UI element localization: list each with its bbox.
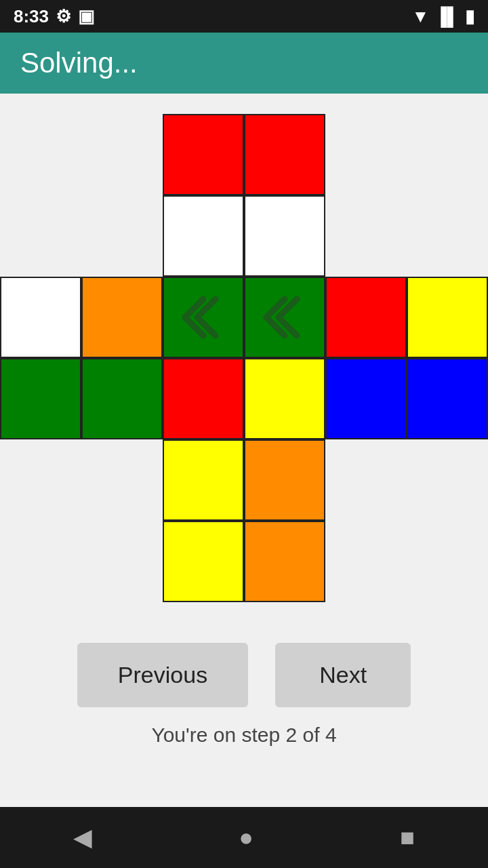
settings-icon: ⚙	[56, 6, 71, 27]
time-display: 8:33	[14, 6, 49, 27]
cube-cell-top-2	[163, 195, 244, 277]
empty-cell	[325, 439, 407, 521]
main-content: Previous Next You're on step 2 of 4	[0, 94, 488, 807]
app-title: Solving...	[20, 47, 138, 79]
home-icon[interactable]: ●	[239, 823, 253, 852]
empty-cell	[0, 114, 81, 195]
empty-cell	[407, 195, 488, 277]
battery-icon: ▮	[465, 6, 474, 27]
cube-cell-top-1	[244, 114, 325, 195]
empty-cell	[81, 114, 163, 195]
empty-cell	[0, 439, 81, 521]
cube-cell-bottom-0	[163, 439, 244, 521]
cube-cell-front-3	[244, 358, 325, 439]
empty-cell	[81, 439, 163, 521]
back-icon[interactable]: ◀	[73, 823, 92, 852]
empty-cell	[81, 195, 163, 277]
arrow-pattern-right	[245, 278, 324, 357]
cube-row-4	[0, 439, 488, 521]
status-bar-right: ▼ ▐▌ ▮	[411, 6, 474, 27]
arrow-pattern-left	[164, 278, 243, 357]
empty-cell	[0, 521, 81, 602]
cube-row-3	[0, 358, 488, 439]
cube-row-0	[0, 114, 488, 195]
cube-cell-bottom-2	[163, 521, 244, 602]
empty-cell	[0, 195, 81, 277]
cube-cell-front-1	[244, 277, 325, 358]
cube-layout	[0, 114, 488, 602]
navigation-buttons: Previous Next	[77, 643, 411, 707]
cube-cell-right-2	[325, 358, 407, 439]
signal-icon: ▐▌	[434, 6, 460, 27]
cube-cell-left-2	[0, 358, 81, 439]
cube-row-5	[0, 521, 488, 602]
cube-cell-front-0	[163, 277, 244, 358]
cube-cell-right-3	[407, 358, 488, 439]
nav-bar: ◀ ● ■	[0, 807, 488, 868]
empty-cell	[407, 521, 488, 602]
empty-cell	[407, 114, 488, 195]
cube-cell-front-2	[163, 358, 244, 439]
wifi-icon: ▼	[411, 6, 429, 27]
cube-cell-right-1	[407, 277, 488, 358]
previous-button[interactable]: Previous	[77, 643, 248, 707]
empty-cell	[325, 521, 407, 602]
cube-cell-top-3	[244, 195, 325, 277]
cube-cell-left-0	[0, 277, 81, 358]
status-bar-left: 8:33 ⚙ ▣	[14, 6, 95, 27]
sim-icon: ▣	[78, 6, 95, 27]
cube-cell-top-0	[163, 114, 244, 195]
empty-cell	[407, 439, 488, 521]
cube-cell-left-3	[81, 358, 163, 439]
empty-cell	[81, 521, 163, 602]
empty-cell	[325, 114, 407, 195]
next-button[interactable]: Next	[275, 643, 411, 707]
app-bar: Solving...	[0, 33, 488, 94]
status-bar: 8:33 ⚙ ▣ ▼ ▐▌ ▮	[0, 0, 488, 33]
cube-row-2	[0, 277, 488, 358]
recents-icon[interactable]: ■	[400, 823, 415, 852]
cube-row-1	[0, 195, 488, 277]
cube-cell-left-1	[81, 277, 163, 358]
step-indicator: You're on step 2 of 4	[151, 724, 336, 747]
cube-cell-right-0	[325, 277, 407, 358]
cube-cell-bottom-3	[244, 521, 325, 602]
empty-cell	[325, 195, 407, 277]
cube-cell-bottom-1	[244, 439, 325, 521]
